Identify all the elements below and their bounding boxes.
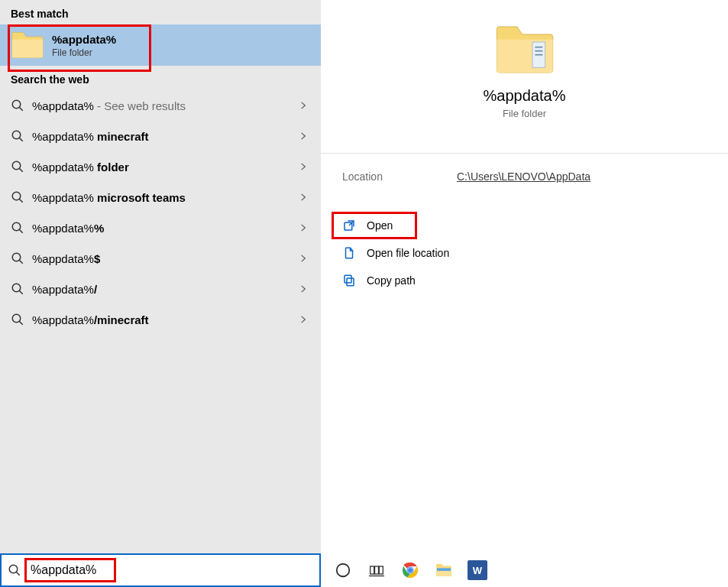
preview-panel: %appdata% File folder Location C:\Users\…: [321, 0, 728, 587]
search-results-panel: Best match %appdata% File folder Search …: [0, 0, 321, 587]
svg-rect-29: [379, 566, 383, 574]
svg-rect-25: [345, 275, 351, 283]
web-result-label: %appdata% folder: [32, 161, 129, 174]
svg-point-16: [9, 565, 18, 573]
search-icon: [11, 221, 24, 235]
web-result-label: %appdata% - See web results: [32, 99, 186, 112]
preview-subtitle: File folder: [503, 108, 546, 119]
svg-line-5: [19, 168, 23, 172]
search-icon: [11, 251, 24, 265]
cortana-icon[interactable]: [333, 560, 353, 580]
web-result-label: %appdata% microsoft teams: [32, 191, 186, 204]
svg-point-6: [12, 192, 21, 200]
open-file-location-label: Open file location: [367, 247, 449, 259]
search-icon: [11, 129, 24, 143]
best-match-header: Best match: [0, 0, 321, 24]
svg-rect-27: [370, 566, 374, 574]
web-result-item[interactable]: %appdata%$: [0, 243, 321, 274]
location-label: Location: [342, 170, 457, 183]
web-result-item[interactable]: %appdata% - See web results: [0, 90, 321, 121]
search-icon: [11, 190, 24, 204]
web-result-item[interactable]: %appdata%/minecraft: [0, 304, 321, 335]
word-icon-label: W: [473, 565, 482, 576]
web-result-label: %appdata% minecraft: [32, 130, 149, 143]
search-input[interactable]: [28, 555, 313, 585]
svg-rect-28: [375, 566, 379, 574]
web-result-label: %appdata%$: [32, 252, 100, 265]
file-location-icon: [342, 246, 356, 260]
svg-line-15: [19, 321, 23, 325]
svg-line-13: [19, 290, 23, 294]
search-icon: [11, 282, 24, 296]
chrome-icon[interactable]: [400, 560, 420, 580]
search-icon: [11, 313, 24, 326]
svg-rect-35: [437, 568, 451, 571]
word-icon[interactable]: W: [468, 560, 487, 580]
svg-line-9: [19, 229, 23, 233]
web-result-item[interactable]: %appdata%%: [0, 212, 321, 243]
best-match-item[interactable]: %appdata% File folder: [0, 24, 321, 66]
chevron-right-icon: [298, 284, 309, 294]
svg-point-0: [12, 100, 21, 109]
best-match-title: %appdata%: [52, 33, 116, 46]
chevron-right-icon: [298, 131, 309, 141]
open-action[interactable]: Open: [332, 212, 717, 239]
chevron-right-icon: [298, 222, 309, 233]
search-icon: [8, 563, 21, 577]
open-label: Open: [367, 219, 393, 232]
copy-icon: [342, 274, 356, 287]
open-icon: [342, 219, 356, 232]
web-result-item[interactable]: %appdata% microsoft teams: [0, 182, 321, 212]
svg-line-17: [16, 572, 20, 576]
search-web-header: Search the web: [0, 66, 321, 90]
svg-point-34: [408, 568, 413, 572]
svg-rect-24: [347, 278, 354, 286]
chevron-right-icon: [298, 161, 309, 172]
open-file-location-action[interactable]: Open file location: [332, 239, 717, 267]
svg-line-3: [19, 138, 23, 141]
copy-path-label: Copy path: [367, 274, 416, 287]
taskbar: W: [321, 553, 728, 587]
actions-list: Open Open file location Copy path: [321, 212, 728, 294]
best-match-subtitle: File folder: [52, 47, 116, 58]
svg-point-26: [337, 564, 350, 577]
chevron-right-icon: [298, 100, 309, 111]
search-bar[interactable]: [0, 553, 321, 587]
svg-line-11: [19, 260, 23, 264]
web-results-list: %appdata% - See web results%appdata% min…: [0, 90, 321, 335]
folder-icon: [11, 31, 44, 60]
svg-line-7: [19, 199, 23, 203]
svg-point-10: [12, 253, 21, 261]
chevron-right-icon: [298, 253, 309, 264]
web-result-item[interactable]: %appdata% folder: [0, 151, 321, 182]
svg-point-8: [12, 222, 21, 231]
svg-line-1: [19, 107, 23, 111]
chevron-right-icon: [298, 192, 309, 203]
best-match-text: %appdata% File folder: [52, 33, 116, 58]
task-view-icon[interactable]: [367, 560, 387, 580]
svg-point-4: [12, 161, 21, 170]
web-result-label: %appdata%%: [32, 222, 104, 235]
chevron-right-icon: [298, 314, 309, 325]
preview-title: %appdata%: [484, 87, 566, 105]
svg-point-14: [12, 314, 21, 323]
location-row: Location C:\Users\LENOVO\AppData: [321, 167, 728, 186]
location-value[interactable]: C:\Users\LENOVO\AppData: [457, 170, 590, 183]
web-result-label: %appdata%/minecraft: [32, 313, 149, 326]
svg-point-12: [12, 284, 21, 292]
web-result-label: %appdata%/: [32, 283, 97, 296]
search-icon: [11, 99, 24, 112]
folder-icon-large: [494, 23, 555, 76]
svg-point-2: [12, 131, 21, 139]
divider: [321, 153, 728, 154]
file-explorer-icon[interactable]: [434, 560, 454, 580]
search-icon: [11, 160, 24, 174]
copy-path-action[interactable]: Copy path: [332, 267, 717, 294]
web-result-item[interactable]: %appdata%/: [0, 274, 321, 304]
web-result-item[interactable]: %appdata% minecraft: [0, 121, 321, 151]
